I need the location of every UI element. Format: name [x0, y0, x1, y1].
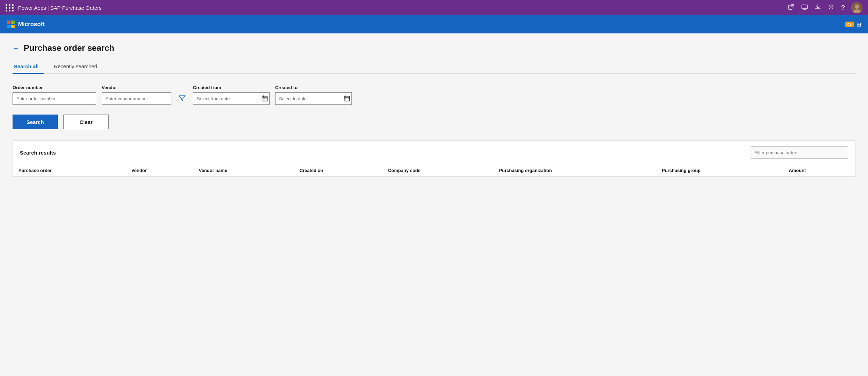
order-number-input[interactable]: [13, 92, 96, 105]
user-avatar[interactable]: [851, 2, 862, 13]
top-nav-right: ?: [788, 2, 862, 13]
microsoft-logo: Microsoft: [7, 21, 45, 28]
tab-recently-searched[interactable]: Recently searched: [53, 60, 103, 74]
filter-purchase-orders-input[interactable]: [751, 150, 848, 155]
col-amount: Amount: [783, 164, 855, 177]
help-icon[interactable]: ?: [841, 4, 845, 11]
page-title: Purchase order search: [24, 43, 114, 53]
notification-badge[interactable]: 47: [845, 22, 854, 27]
search-button[interactable]: Search: [13, 115, 58, 129]
svg-rect-7: [263, 99, 264, 99]
created-to-field-group: Created to: [275, 85, 352, 105]
svg-rect-11: [264, 100, 265, 100]
apps-icon[interactable]: ⊞: [857, 21, 861, 28]
order-number-field-group: Order number: [13, 85, 96, 105]
app-launcher-icon[interactable]: [6, 4, 14, 11]
results-header: Search results: [13, 141, 855, 164]
app-title: Power Apps | SAP Purchase Orders: [18, 5, 102, 11]
vendor-field-group: Vendor: [102, 85, 171, 105]
search-form: Order number Vendor Created from: [13, 85, 855, 105]
svg-rect-15: [348, 99, 349, 99]
order-number-label: Order number: [13, 85, 96, 90]
microsoft-bar: Microsoft 47 ⊞: [0, 15, 868, 33]
screen-icon[interactable]: [801, 3, 808, 12]
ms-squares-icon: [7, 21, 15, 28]
settings-icon[interactable]: [828, 3, 835, 12]
svg-rect-8: [264, 99, 265, 99]
results-section: Search results Purchase order Vendor Ven…: [13, 140, 855, 177]
results-table: Purchase order Vendor Vendor name Create…: [13, 164, 855, 177]
clear-button[interactable]: Clear: [63, 115, 109, 129]
col-created-on: Created on: [294, 164, 382, 177]
created-to-wrapper: [275, 92, 352, 105]
filter-icon-button[interactable]: [177, 92, 187, 105]
table-header-row: Purchase order Vendor Vendor name Create…: [13, 164, 855, 177]
filter-input-wrapper: [751, 146, 848, 159]
svg-rect-0: [789, 5, 792, 9]
ms-bar-right: 47 ⊞: [845, 21, 861, 28]
svg-rect-14: [347, 99, 348, 99]
vendor-label: Vendor: [102, 85, 171, 90]
form-buttons: Search Clear: [13, 115, 855, 129]
tab-search-all[interactable]: Search all: [13, 60, 44, 74]
results-title: Search results: [20, 150, 56, 156]
created-to-label: Created to: [275, 85, 352, 90]
top-navigation: Power Apps | SAP Purchase Orders: [0, 0, 868, 15]
col-purchasing-group: Purchasing group: [656, 164, 783, 177]
created-to-calendar-icon[interactable]: [341, 95, 353, 102]
created-from-calendar-icon[interactable]: [259, 95, 271, 102]
page-header: ← Purchase order search: [13, 43, 855, 53]
svg-point-2: [830, 6, 832, 8]
back-button[interactable]: ←: [13, 45, 20, 52]
svg-rect-9: [266, 99, 267, 99]
created-to-input[interactable]: [276, 96, 341, 101]
created-from-field-group: Created from: [193, 85, 270, 105]
col-purchasing-organization: Purchasing organization: [494, 164, 656, 177]
created-from-label: Created from: [193, 85, 270, 90]
col-purchase-order: Purchase order: [13, 164, 126, 177]
svg-rect-16: [345, 100, 346, 100]
tabs-bar: Search all Recently searched: [13, 60, 855, 74]
col-vendor-name: Vendor name: [193, 164, 294, 177]
share-icon[interactable]: [788, 3, 795, 12]
svg-rect-10: [263, 100, 264, 100]
svg-point-4: [855, 5, 859, 9]
svg-rect-17: [347, 100, 348, 100]
svg-rect-13: [345, 99, 346, 99]
microsoft-logo-text: Microsoft: [18, 21, 45, 28]
download-icon[interactable]: [814, 3, 821, 12]
top-nav-left: Power Apps | SAP Purchase Orders: [6, 4, 102, 11]
created-from-wrapper: [193, 92, 270, 105]
col-vendor: Vendor: [126, 164, 193, 177]
svg-rect-1: [802, 5, 807, 9]
main-content: ← Purchase order search Search all Recen…: [0, 33, 868, 376]
vendor-input[interactable]: [102, 92, 171, 105]
created-from-input[interactable]: [193, 96, 259, 101]
col-company-code: Company code: [382, 164, 494, 177]
